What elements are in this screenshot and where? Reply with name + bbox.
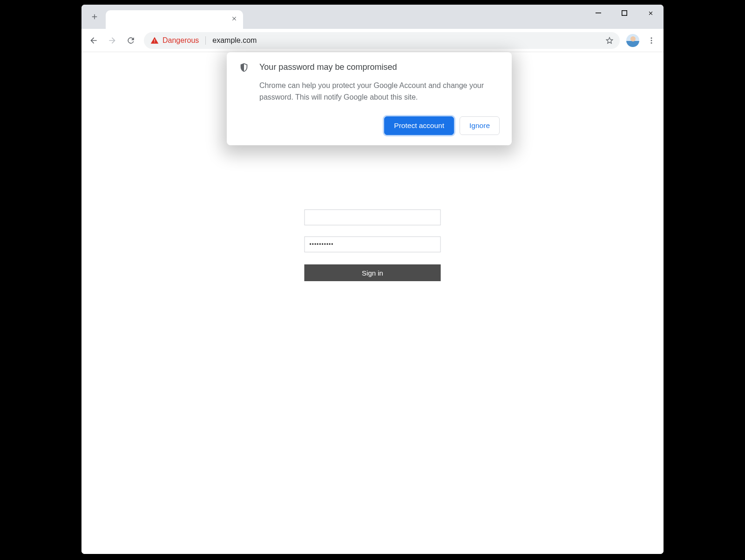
ignore-button[interactable]: Ignore	[460, 116, 500, 135]
password-warning-bubble: Your password may be compromised Chrome …	[227, 52, 512, 145]
profile-avatar[interactable]	[626, 34, 639, 47]
browser-window: Dangerous example.com Sign in	[79, 2, 666, 556]
svg-point-3	[651, 40, 652, 41]
security-label: Dangerous	[163, 36, 199, 45]
protect-account-button[interactable]: Protect account	[384, 116, 454, 135]
signin-button[interactable]: Sign in	[305, 264, 441, 281]
bubble-title: Your password may be compromised	[259, 62, 397, 72]
tab-close-button[interactable]	[231, 15, 237, 22]
window-minimize-button[interactable]	[585, 5, 611, 21]
window-maximize-button[interactable]	[611, 5, 637, 21]
warning-triangle-icon	[150, 36, 159, 45]
omnibox[interactable]: Dangerous example.com	[144, 32, 620, 49]
username-input[interactable]	[305, 209, 441, 225]
close-icon	[648, 10, 654, 16]
security-chip[interactable]: Dangerous	[150, 36, 206, 45]
forward-button	[104, 32, 121, 49]
svg-rect-0	[596, 13, 601, 13]
tab-strip	[81, 5, 664, 29]
svg-point-4	[651, 42, 652, 43]
url-text: example.com	[212, 36, 603, 45]
window-controls	[585, 5, 664, 21]
svg-point-2	[651, 37, 652, 39]
more-vert-icon	[647, 36, 656, 45]
back-button[interactable]	[85, 32, 102, 49]
tab-active[interactable]	[106, 10, 243, 29]
svg-rect-1	[622, 11, 627, 16]
plus-icon	[90, 13, 99, 21]
bookmark-button[interactable]	[603, 34, 616, 47]
star-outline-icon	[605, 36, 614, 45]
reload-icon	[126, 36, 135, 45]
toolbar: Dangerous example.com	[81, 29, 664, 52]
bubble-actions: Protect account Ignore	[239, 116, 500, 135]
menu-button[interactable]	[643, 32, 660, 49]
page-content: Sign in Your password may be compromised…	[81, 52, 664, 554]
maximize-icon	[622, 10, 627, 16]
reload-button[interactable]	[122, 32, 139, 49]
shield-icon	[239, 62, 249, 73]
arrow-left-icon	[89, 36, 98, 45]
arrow-right-icon	[108, 36, 117, 45]
minimize-icon	[596, 10, 601, 16]
new-tab-button[interactable]	[88, 10, 101, 23]
window-close-button[interactable]	[637, 5, 664, 21]
login-form: Sign in	[305, 209, 441, 281]
password-input[interactable]	[305, 236, 441, 252]
bubble-body: Chrome can help you protect your Google …	[259, 80, 500, 103]
close-icon	[231, 15, 237, 22]
bubble-header: Your password may be compromised	[239, 62, 500, 73]
